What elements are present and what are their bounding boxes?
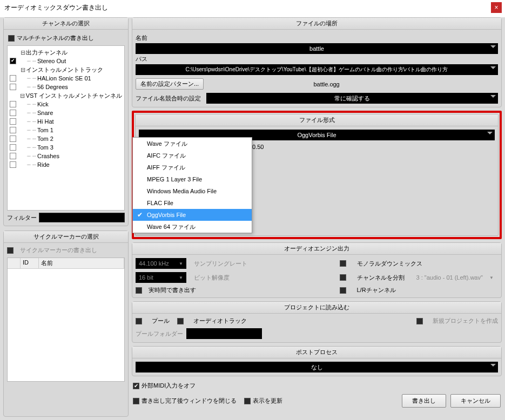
mono-downmix-checkbox[interactable]: [340, 260, 346, 267]
dialog-footer: 外部MIDI入力をオフ: [132, 380, 502, 391]
conflict-dropdown-icon[interactable]: [490, 95, 496, 98]
tree-row[interactable]: ┈┈ Stereo Out: [10, 57, 122, 65]
post-process-value: なし: [311, 363, 323, 371]
tree-checkbox[interactable]: [10, 75, 16, 82]
tree-row[interactable]: ┈┈ 56 Degrees: [10, 83, 122, 91]
chevron-down-icon[interactable]: ▼: [179, 275, 183, 280]
file-format-dropdown-icon[interactable]: [487, 132, 493, 134]
tree-row[interactable]: ⊟ VST インストゥルメントチャンネル: [10, 91, 122, 100]
file-format-option[interactable]: AIFF ファイル: [133, 161, 252, 173]
tree-row[interactable]: ┈┈ Ride: [10, 160, 122, 169]
file-format-option[interactable]: ✔OggVorbis File: [133, 209, 252, 221]
cycle-marker-list-header: ID 名前: [8, 258, 124, 269]
chevron-down-icon[interactable]: ▼: [489, 275, 494, 280]
cycle-marker-header: サイクルマーカーの選択: [4, 231, 128, 243]
col-name: 名前: [39, 258, 124, 268]
tree-item-label: VST インストゥルメントチャンネル: [26, 92, 122, 100]
tree-checkbox[interactable]: [10, 110, 16, 116]
tree-twisty-icon[interactable]: ⊟: [19, 49, 26, 56]
tree-row[interactable]: ⊟ インストゥルメントトラック: [10, 65, 122, 74]
mono-downmix-label: モノラルダウンミックス: [357, 260, 499, 268]
file-format-option[interactable]: Windows Media Audio File: [133, 185, 252, 197]
bitdepth-value[interactable]: 16 bit▼: [136, 272, 186, 283]
multichannel-export-row[interactable]: マルチチャンネルの書き出し: [7, 33, 125, 45]
update-display-label: 表示を更新: [253, 397, 282, 404]
file-format-dropdown-menu[interactable]: Wave ファイルAIFC ファイルAIFF ファイルMPEG 1 Layer …: [132, 137, 252, 233]
pool-folder-input[interactable]: [186, 328, 262, 339]
tree-row[interactable]: ⊟ 出力チャンネル: [10, 48, 122, 57]
tree-checkbox[interactable]: [10, 118, 16, 125]
pool-checkbox[interactable]: [136, 318, 142, 324]
tree-row[interactable]: ┈┈ Tom 1: [10, 126, 122, 134]
tree-item-label: 56 Degrees: [37, 84, 68, 90]
path-dropdown-icon[interactable]: [490, 66, 496, 69]
audio-engine-panel: オーディオエンジン出力 44.100 kHz▼ サンプリングレート モノラルダウ…: [132, 242, 502, 298]
split-channels-checkbox[interactable]: [340, 274, 346, 281]
conflict-value: 常に確認する: [334, 94, 370, 103]
tree-row[interactable]: ┈┈ HALion Sonic SE 01: [10, 74, 122, 83]
tree-row[interactable]: ┈┈ Kick: [10, 100, 122, 109]
chevron-down-icon[interactable]: ▼: [179, 261, 183, 266]
tree-item-label: Kick: [37, 101, 49, 107]
check-icon: ✔: [137, 211, 143, 219]
tree-row[interactable]: ┈┈ Crashes: [10, 152, 122, 160]
name-pattern-button[interactable]: 名前の設定パターン...: [136, 78, 204, 90]
tree-twisty-icon[interactable]: ⊟: [19, 92, 26, 99]
file-format-option[interactable]: Wave ファイル: [133, 138, 252, 150]
cycle-marker-list[interactable]: ID 名前: [7, 258, 125, 382]
export-button[interactable]: 書き出し: [402, 394, 446, 408]
samplerate-label: サンプリングレート: [194, 260, 335, 268]
filter-input[interactable]: [39, 213, 125, 222]
tree-checkbox[interactable]: [10, 161, 16, 168]
lr-channel-checkbox[interactable]: [340, 287, 346, 294]
tree-row[interactable]: ┈┈ Snare: [10, 109, 122, 117]
post-process-dropdown-icon[interactable]: [490, 364, 496, 367]
file-location-panel: ファイルの場所 名前 battle パス C:\Users\pwdsn\OneD…: [132, 17, 502, 107]
tree-checkbox[interactable]: [10, 144, 16, 151]
audio-engine-header: オーディオエンジン出力: [132, 243, 501, 255]
tree-checkbox[interactable]: [10, 84, 16, 90]
cycle-marker-export-checkbox[interactable]: [7, 247, 14, 254]
ext-midi-off-checkbox[interactable]: [133, 383, 139, 389]
tree-checkbox[interactable]: [10, 136, 16, 142]
tree-checkbox[interactable]: [10, 101, 16, 107]
name-dropdown-icon[interactable]: [490, 45, 496, 48]
channel-tree[interactable]: ⊟ 出力チャンネル┈┈ Stereo Out⊟ インストゥルメントトラック┈┈ …: [7, 45, 125, 211]
post-process-dropdown[interactable]: なし: [136, 362, 498, 372]
tree-checkbox[interactable]: [10, 127, 16, 133]
conflict-dropdown[interactable]: 常に確認する: [206, 93, 498, 104]
tree-item-label: インストゥルメントトラック: [26, 66, 103, 74]
tree-item-label: Tom 1: [37, 127, 53, 133]
import-to-project-panel: プロジェクトに読み込む プール オーディオトラック 新規プロジェクトを作成 プー…: [132, 301, 502, 343]
new-project-label: 新規プロジェクトを作成: [433, 317, 498, 325]
preview-filename: battle.ogg: [208, 81, 445, 87]
cancel-button[interactable]: キャンセル: [450, 394, 501, 408]
tree-item-label: Ride: [37, 161, 50, 168]
close-after-export-checkbox[interactable]: [133, 398, 139, 404]
file-format-option[interactable]: MPEG 1 Layer 3 File: [133, 173, 252, 185]
tree-item-label: Tom 3: [37, 144, 53, 151]
post-process-header: ポストプロセス: [132, 347, 501, 358]
file-format-option[interactable]: FLAC File: [133, 197, 252, 209]
tree-row[interactable]: ┈┈ Tom 2: [10, 134, 122, 143]
window-close-button[interactable]: ×: [491, 2, 502, 13]
name-value: battle: [309, 45, 324, 52]
tree-checkbox[interactable]: [10, 153, 16, 159]
multichannel-export-checkbox[interactable]: [8, 35, 15, 42]
tree-item-label: Snare: [37, 110, 53, 116]
update-display-checkbox[interactable]: [244, 398, 251, 404]
path-input[interactable]: C:\Users\pwdsn\OneDrive\デスクトップ\YouTube\【…: [136, 64, 498, 75]
file-format-option[interactable]: Wave 64 ファイル: [133, 221, 252, 233]
samplerate-value[interactable]: 44.100 kHz▼: [136, 258, 186, 269]
realtime-export-checkbox[interactable]: [136, 287, 142, 294]
tree-checkbox[interactable]: [10, 58, 16, 64]
tree-row[interactable]: ┈┈ Tom 3: [10, 143, 122, 152]
split-scheme[interactable]: 3 : "audio - 01 (Left).wav": [416, 274, 483, 281]
file-format-option[interactable]: AIFC ファイル: [133, 150, 252, 161]
audio-track-checkbox[interactable]: [177, 318, 184, 324]
tree-row[interactable]: ┈┈ Hi Hat: [10, 117, 122, 126]
cycle-marker-export-label: サイクルマーカーの書き出し: [20, 246, 97, 254]
tree-twisty-icon[interactable]: ⊟: [19, 66, 26, 73]
new-project-checkbox[interactable]: [416, 318, 423, 324]
name-input[interactable]: battle: [136, 43, 498, 54]
